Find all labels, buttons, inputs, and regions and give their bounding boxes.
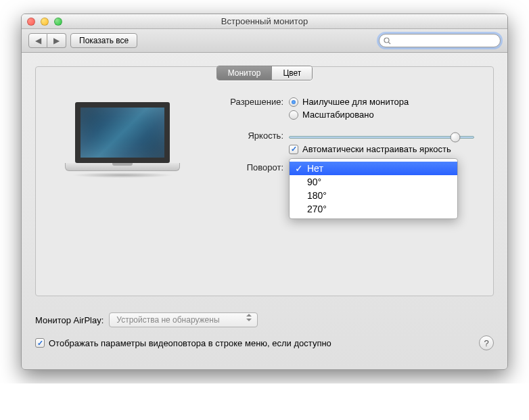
titlebar[interactable]: Встроенный монитор [22,14,507,29]
resolution-scaled-label: Масштабировано [302,110,374,120]
rotation-menu: Нет 90° 180° 270° [289,158,458,219]
zoom-icon[interactable] [54,18,62,26]
rotation-option-270[interactable]: 270° [290,202,457,216]
forward-button[interactable]: ▶ [47,33,66,48]
mirror-label: Отображать параметры видеоповтора в стро… [49,338,331,348]
nav-group: ◀ ▶ [28,33,66,48]
rotation-option-90[interactable]: 90° [290,175,457,189]
toolbar: ◀ ▶ Показать все [22,29,507,53]
tab-group: Монитор Цвет [216,66,313,80]
auto-brightness-label: Автоматически настраивать яркость [302,144,451,154]
display-thumbnail [55,97,190,181]
resolution-label: Разрешение: [214,97,289,122]
settings-panel: Монитор Цвет Разрешение: [35,66,494,296]
tab-color[interactable]: Цвет [272,66,312,80]
show-all-button[interactable]: Показать все [70,33,137,48]
auto-brightness-checkbox[interactable]: ✓ Автоматически настраивать яркость [289,144,474,154]
checkbox-icon: ✓ [35,338,45,348]
laptop-screen-icon [75,102,170,163]
airplay-combo[interactable]: Устройства не обнаружены [109,312,258,327]
mirror-checkbox[interactable]: ✓ Отображать параметры видеоповтора в ст… [35,338,331,348]
resolution-best-label: Наилучшее для монитора [302,97,409,107]
radio-icon [289,110,298,120]
search-input[interactable] [394,37,496,45]
svg-point-0 [384,38,389,43]
resolution-best-radio[interactable]: Наилучшее для монитора [289,97,474,107]
brightness-label: Яркость: [214,131,289,154]
search-icon [384,37,391,45]
minimize-icon[interactable] [41,18,49,26]
checkbox-icon: ✓ [289,145,298,154]
airplay-value: Устройства не обнаружены [116,315,219,325]
tab-monitor[interactable]: Монитор [217,66,273,80]
rotation-label: Поворот: [214,162,289,172]
svg-line-1 [388,42,390,44]
help-button[interactable]: ? [479,335,494,350]
radio-icon [289,97,298,107]
slider-knob[interactable] [450,133,460,143]
rotation-option-180[interactable]: 180° [290,189,457,202]
search-field[interactable] [379,34,501,47]
back-button[interactable]: ◀ [28,33,47,48]
resolution-scaled-radio[interactable]: Масштабировано [289,110,474,120]
close-icon[interactable] [27,18,35,26]
airplay-label: Монитор AirPlay: [35,315,104,325]
preferences-window: Встроенный монитор ◀ ▶ Показать все Мони… [21,14,508,370]
rotation-option-none[interactable]: Нет [290,162,457,175]
window-title: Встроенный монитор [22,16,507,26]
brightness-slider[interactable] [289,136,474,139]
